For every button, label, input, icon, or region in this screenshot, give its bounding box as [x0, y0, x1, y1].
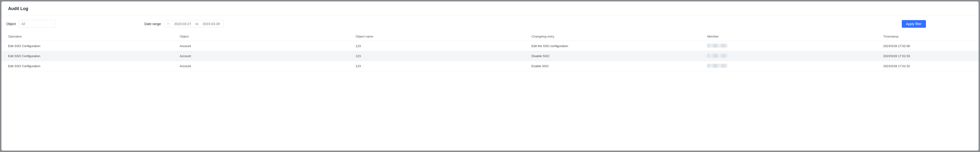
- cell-object-name: 123: [353, 61, 529, 71]
- member-redacted: [707, 64, 727, 68]
- cell-changelog: Disable SSO: [529, 51, 705, 61]
- cell-operation: Edit SSO Configuration: [2, 41, 177, 51]
- date-separator: to: [196, 22, 198, 26]
- table-row: Edit SSO Configuration Account 123 Disab…: [2, 51, 978, 61]
- cell-object-name: 123: [353, 41, 529, 51]
- object-select[interactable]: All: [19, 20, 56, 28]
- col-header-timestamp: Timestamp: [881, 32, 978, 41]
- cell-object: Account: [177, 51, 353, 61]
- col-header-object: Object: [177, 32, 353, 41]
- object-select-value: All: [21, 22, 25, 26]
- cell-timestamp: 2023/3/28 17:01:53: [881, 51, 978, 61]
- col-header-member: Member: [705, 32, 881, 41]
- cell-object: Account: [177, 61, 353, 71]
- member-redacted: [707, 54, 727, 58]
- cell-changelog: Enable SSO: [529, 61, 705, 71]
- col-header-operation: Operation: [2, 32, 177, 41]
- date-range-picker[interactable]: 2023-03-27 to 2023-03-28: [164, 20, 223, 28]
- svg-rect-0: [167, 23, 170, 25]
- date-range-label: Date range: [144, 22, 161, 26]
- date-range-group: Date range 2023-03-27 to 2023-03-28: [144, 20, 223, 28]
- apply-filter-button[interactable]: Apply filter: [902, 20, 926, 28]
- table-row: Edit SSO Configuration Account 123 Enabl…: [2, 61, 978, 71]
- date-from-value: 2023-03-27: [174, 22, 191, 26]
- chevron-down-icon: [50, 22, 53, 25]
- audit-log-table: Operation Object Object name Changelog e…: [2, 32, 978, 71]
- cell-object: Account: [177, 41, 353, 51]
- cell-timestamp: 2023/3/28 17:02:00: [881, 41, 978, 51]
- cell-operation: Edit SSO Configuration: [2, 51, 177, 61]
- cell-member: [705, 61, 881, 71]
- date-to-value: 2023-03-28: [203, 22, 220, 26]
- cell-member: [705, 51, 881, 61]
- page-header: Audit Log: [2, 2, 978, 16]
- object-filter-label: Object: [6, 22, 16, 26]
- col-header-changelog: Changelog entry: [529, 32, 705, 41]
- audit-log-window: Audit Log Object All Date range 2023-03-…: [2, 2, 978, 150]
- cell-changelog: Edit the SSO configuration: [529, 41, 705, 51]
- calendar-icon: [167, 22, 170, 25]
- cell-operation: Edit SSO Configuration: [2, 61, 177, 71]
- filter-bar: Object All Date range 2023-03-27 to 2023…: [2, 16, 978, 32]
- col-header-object-name: Object name: [353, 32, 529, 41]
- page-title: Audit Log: [8, 6, 972, 11]
- cell-object-name: 123: [353, 51, 529, 61]
- cell-member: [705, 41, 881, 51]
- cell-timestamp: 2023/3/28 17:01:52: [881, 61, 978, 71]
- member-redacted: [707, 44, 727, 48]
- object-filter-group: Object All: [6, 20, 56, 28]
- table-row: Edit SSO Configuration Account 123 Edit …: [2, 41, 978, 51]
- table-header-row: Operation Object Object name Changelog e…: [2, 32, 978, 41]
